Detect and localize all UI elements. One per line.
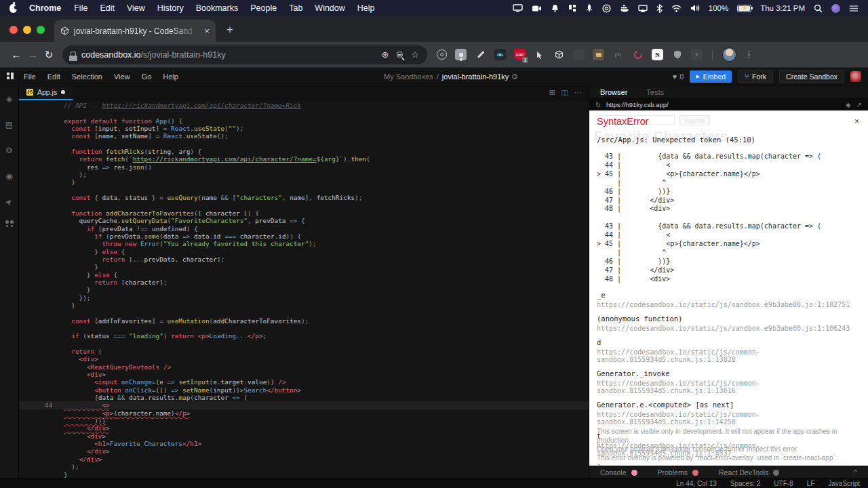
code-line[interactable]: <div> bbox=[19, 432, 589, 440]
breadcrumb-parent[interactable]: My Sandboxes bbox=[384, 73, 433, 81]
extension-person-icon[interactable] bbox=[455, 49, 467, 60]
react-devtools-icon[interactable] bbox=[494, 49, 506, 60]
docker-icon[interactable] bbox=[620, 4, 629, 12]
creative-cloud-icon[interactable] bbox=[602, 4, 611, 13]
code-line[interactable]: export default function App() { bbox=[19, 117, 589, 125]
bookmark-star-icon[interactable]: ☆ bbox=[411, 49, 419, 60]
code-line[interactable]: ); bbox=[19, 463, 589, 470]
code-line[interactable]: return [character]; bbox=[19, 279, 589, 286]
code-line[interactable]: ))} bbox=[19, 417, 589, 424]
preview-reload-icon[interactable]: ↻ bbox=[595, 101, 601, 108]
siri-icon[interactable] bbox=[831, 4, 840, 13]
csb-menu-item[interactable]: Help bbox=[163, 73, 178, 81]
github-icon[interactable]: ◉ bbox=[5, 172, 12, 180]
menubar-item[interactable]: File bbox=[74, 3, 87, 13]
status-segment[interactable]: UTF-8 bbox=[774, 480, 793, 487]
zoom-in-icon[interactable]: ⊕ bbox=[381, 49, 389, 60]
browser-tab[interactable]: jovial-brattain-h91ky - CodeSand × bbox=[54, 20, 216, 42]
csb-menu-item[interactable]: Selection bbox=[72, 73, 102, 81]
code-line[interactable]: }); bbox=[19, 294, 589, 302]
code-line[interactable]: const [input, setInput] = React.useState… bbox=[19, 125, 589, 132]
code-line[interactable]: </div> bbox=[19, 455, 589, 463]
tab-close-icon[interactable]: × bbox=[204, 26, 210, 36]
user-avatar[interactable] bbox=[850, 71, 861, 82]
code-line[interactable]: <input onChange={e => setInput(e.target.… bbox=[19, 378, 589, 386]
preview-tab-browser[interactable]: Browser bbox=[600, 88, 627, 96]
file-explorer-icon[interactable]: ▤ bbox=[5, 121, 13, 129]
forward-button[interactable]: → bbox=[24, 49, 41, 60]
code-line[interactable]: const [name, setName] = React.useState()… bbox=[19, 132, 589, 140]
split-view-icon[interactable]: ⊞ bbox=[549, 88, 555, 97]
code-line[interactable] bbox=[19, 186, 589, 194]
code-line[interactable]: <div> bbox=[19, 371, 589, 378]
code-line[interactable]: const { data, status } = useQuery(name &… bbox=[19, 194, 589, 201]
privacy-shield-icon[interactable] bbox=[671, 49, 683, 60]
battery-icon[interactable]: ⚡ bbox=[737, 5, 751, 12]
code-line[interactable]: } else { bbox=[19, 271, 589, 279]
bluetooth-icon[interactable] bbox=[656, 4, 663, 13]
notion-icon[interactable]: N bbox=[652, 49, 663, 60]
create-sandbox-button[interactable]: Create Sandbox bbox=[779, 70, 844, 83]
preview-tab-tests[interactable]: Tests bbox=[646, 88, 664, 96]
status-segment[interactable]: Spaces: 2 bbox=[730, 480, 760, 487]
code-line[interactable]: {data && data.results.map(character => ( bbox=[19, 394, 589, 401]
code-line[interactable]: <ReactQueryDevtools /> bbox=[19, 363, 589, 371]
chrome-menu-icon[interactable]: ⋮ bbox=[745, 49, 753, 60]
zoom-window-button[interactable] bbox=[37, 26, 45, 34]
globe-icon[interactable] bbox=[512, 74, 517, 79]
error-close-icon[interactable]: × bbox=[854, 117, 859, 126]
extension-camera-icon[interactable] bbox=[593, 49, 604, 60]
code-line[interactable]: return [...prevData, character]; bbox=[19, 256, 589, 263]
adblock-icon[interactable]: ABP1 bbox=[514, 49, 526, 60]
code-line[interactable]: } bbox=[19, 286, 589, 293]
url-text[interactable]: codesandbox.io/s/jovial-brattain-h91ky bbox=[81, 50, 226, 60]
screen-record-icon[interactable] bbox=[532, 5, 542, 12]
like-count[interactable]: ♥0 bbox=[673, 73, 684, 81]
close-window-button[interactable] bbox=[9, 26, 18, 34]
code-line[interactable] bbox=[19, 309, 589, 317]
code-line[interactable]: return fetch(`https://rickandmortyapi.co… bbox=[19, 155, 589, 163]
devtool-tab-react-devtools[interactable]: React DevTools bbox=[719, 468, 780, 476]
minimize-window-button[interactable] bbox=[23, 26, 31, 34]
codesandbox-extension-icon[interactable] bbox=[553, 49, 565, 60]
code-line[interactable]: res => res.json() bbox=[19, 163, 589, 171]
back-button[interactable]: ← bbox=[8, 49, 24, 60]
csb-menu-item[interactable]: Go bbox=[142, 73, 152, 81]
console-expand-icon[interactable]: ^ bbox=[854, 468, 857, 476]
code-line[interactable]: </div> bbox=[19, 424, 589, 432]
configuration-icon[interactable]: ⚙ bbox=[5, 146, 13, 155]
code-line[interactable]: <div> bbox=[19, 355, 589, 363]
code-line[interactable]: const [addToFavorites] = useMutation(add… bbox=[19, 317, 589, 325]
code-line[interactable] bbox=[19, 325, 589, 332]
display-icon[interactable] bbox=[513, 4, 523, 12]
code-line[interactable] bbox=[19, 140, 589, 148]
code-lines[interactable]: // API -- https://rickandmortyapi.com/ap… bbox=[19, 100, 589, 478]
extension-parens-icon[interactable]: (≡) bbox=[612, 49, 624, 60]
editor-more-icon[interactable]: ⋯ bbox=[574, 88, 582, 97]
devtool-tab-console[interactable]: Console bbox=[600, 468, 637, 476]
code-line[interactable]: } else { bbox=[19, 248, 589, 256]
blocks-icon[interactable] bbox=[568, 4, 576, 12]
wifi-icon[interactable] bbox=[671, 5, 682, 12]
code-line[interactable]: } bbox=[19, 471, 589, 479]
reload-button[interactable]: ↻ bbox=[41, 49, 57, 61]
editor-tab-appjs[interactable]: JS App.js bbox=[19, 85, 73, 100]
menubar-item[interactable]: View bbox=[127, 3, 145, 13]
status-segment[interactable]: LF bbox=[807, 480, 815, 487]
airplay-icon[interactable] bbox=[638, 5, 648, 12]
code-line[interactable]: <p>{character.name}</p> bbox=[19, 409, 589, 417]
menubar-item[interactable]: Tab bbox=[289, 3, 302, 13]
notification-center-icon[interactable] bbox=[849, 5, 859, 12]
extension-dim-icon[interactable] bbox=[573, 49, 585, 60]
new-tab-button[interactable]: + bbox=[226, 23, 233, 37]
code-line[interactable]: function addCharacterToFavorites({ chara… bbox=[19, 209, 589, 217]
code-line[interactable]: queryCache.setQueryData("FavoriteCharact… bbox=[19, 217, 589, 224]
volume-icon[interactable] bbox=[690, 4, 700, 12]
embed-button[interactable]: ▶Embed bbox=[690, 70, 732, 83]
split-view-2-icon[interactable]: ◫ bbox=[561, 88, 568, 97]
devtool-tab-problems[interactable]: Problems bbox=[658, 468, 698, 476]
code-line[interactable]: if (status === "loading") return <p>Load… bbox=[19, 332, 589, 340]
code-line[interactable]: } bbox=[19, 178, 589, 186]
code-line[interactable]: <button onClick={() => setName(input)}>S… bbox=[19, 386, 589, 394]
code-line[interactable]: function fetchRicks(string, arg) { bbox=[19, 148, 589, 155]
